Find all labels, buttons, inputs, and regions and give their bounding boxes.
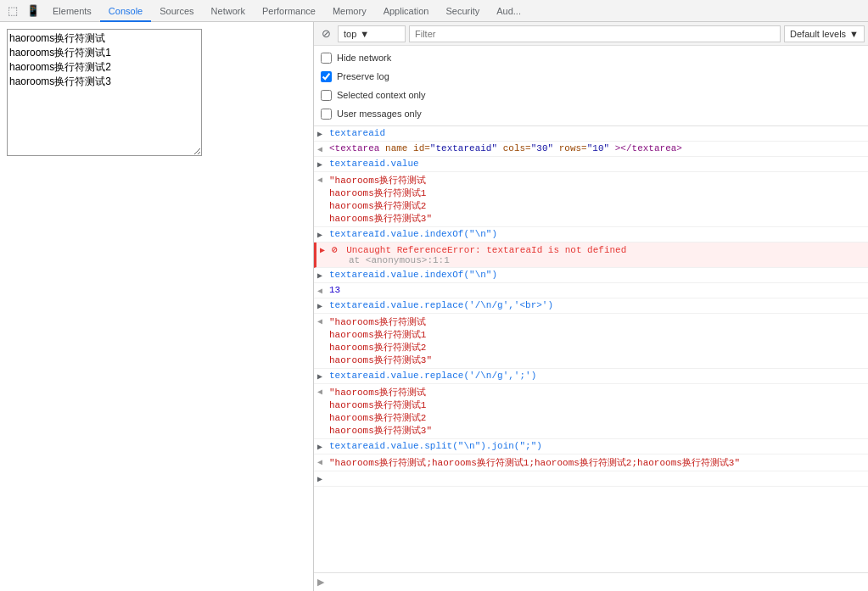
console-entry-1: ◀ <textarea name id="textareaid" cols="3… xyxy=(314,142,868,157)
tab-performance[interactable]: Performance xyxy=(254,0,324,22)
entry-string-result: "haorooms换行符测试 haorooms换行符测试1 haorooms换行… xyxy=(329,315,868,366)
entry-string-single: "haorooms换行符测试;haorooms换行符测试1;haorooms换行… xyxy=(329,456,868,469)
console-entry-4: ▶ textareaId.value.indexOf("\n") xyxy=(314,227,868,243)
tab-network[interactable]: Network xyxy=(203,0,254,22)
tab-elements[interactable]: Elements xyxy=(44,0,100,22)
entry-command: textareaid xyxy=(329,128,868,138)
string-line-2: haorooms换行符测试2 xyxy=(329,411,861,424)
hide-network-checkbox[interactable] xyxy=(321,53,332,64)
filter-input[interactable] xyxy=(409,25,781,42)
attr-cols: cols= xyxy=(503,143,531,153)
console-entry-prompt-line: ▶ xyxy=(314,471,868,487)
string-line-2: haorooms换行符测试2 xyxy=(329,341,861,354)
entry-arrow-empty[interactable]: ▶ xyxy=(314,473,329,484)
entry-html-result: <textarea name id="textareaid" cols="30"… xyxy=(329,143,868,153)
entry-command: textareaid.value.replace('/\n/g',';') xyxy=(329,371,868,381)
devtools-console-panel: ⊘ top ▼ Default levels ▼ Hide network Pr… xyxy=(314,22,868,591)
entry-arrow[interactable]: ◀ xyxy=(314,285,329,296)
entry-arrow[interactable]: ◀ xyxy=(314,315,329,326)
entry-command: textareaid.value xyxy=(329,159,868,169)
levels-label: Default levels xyxy=(790,29,846,39)
devtools-tab-bar: ⬚ 📱 Elements Console Sources Network Per… xyxy=(0,0,868,22)
string-line-1: haorooms换行符测试1 xyxy=(329,187,861,199)
option-user-messages: User messages only xyxy=(321,105,861,122)
console-entry-11: ◀ "haorooms换行符测试 haorooms换行符测试1 haorooms… xyxy=(314,384,868,439)
entry-command: textareaid.value.indexOf("\n") xyxy=(329,270,868,280)
console-input[interactable] xyxy=(328,577,865,588)
error-text: Uncaught ReferenceError: textareaId is n… xyxy=(346,245,626,255)
console-entry-6: ▶ textareaid.value.indexOf("\n") xyxy=(314,268,868,283)
entry-command: textareaid.value.replace('/\n/g','<br>') xyxy=(329,300,868,310)
error-expand-arrow[interactable]: ▶ xyxy=(316,244,332,255)
option-preserve-log: Preserve log xyxy=(321,68,861,85)
context-label: top xyxy=(344,29,356,39)
preserve-log-checkbox[interactable] xyxy=(321,71,332,82)
entry-arrow[interactable]: ◀ xyxy=(314,174,329,185)
webpage-panel: haorooms换行符测试 haorooms换行符测试1 haorooms换行符… xyxy=(0,22,314,591)
tab-audit[interactable]: Aud... xyxy=(488,0,529,22)
entry-arrow[interactable]: ▶ xyxy=(314,441,329,452)
tab-application[interactable]: Application xyxy=(375,0,438,22)
console-entry-error: ▶ ⊘ Uncaught ReferenceError: textareaId … xyxy=(314,243,868,268)
html-close: ></textarea> xyxy=(615,143,682,153)
attr-name: name xyxy=(385,143,407,153)
string-line-0: "haorooms换行符测试 xyxy=(329,386,861,399)
test-textarea[interactable]: haorooms换行符测试 haorooms换行符测试1 haorooms换行符… xyxy=(7,29,202,156)
tab-security[interactable]: Security xyxy=(437,0,488,22)
console-entry-7: ◀ 13 xyxy=(314,283,868,298)
preserve-log-label[interactable]: Preserve log xyxy=(337,71,389,81)
console-entry-9: ◀ "haorooms换行符测试 haorooms换行符测试1 haorooms… xyxy=(314,314,868,369)
entry-error-content: ⊘ Uncaught ReferenceError: textareaId is… xyxy=(332,244,868,265)
console-entry-2: ▶ textareaid.value xyxy=(314,157,868,172)
console-output: ▶ textareaid ◀ <textarea name id="textar… xyxy=(314,126,868,572)
entry-string-result: "haorooms换行符测试 haorooms换行符测试1 haorooms换行… xyxy=(329,174,868,225)
entry-arrow[interactable]: ▶ xyxy=(314,300,329,311)
console-prompt: ▶ xyxy=(314,572,868,591)
entry-arrow[interactable]: ▶ xyxy=(314,128,329,139)
entry-string-result: "haorooms换行符测试 haorooms换行符测试1 haorooms换行… xyxy=(329,386,868,437)
entry-arrow[interactable]: ▶ xyxy=(314,159,329,170)
string-line-2: haorooms换行符测试2 xyxy=(329,199,861,212)
attr-cols-val: "30" xyxy=(531,143,553,153)
tab-console[interactable]: Console xyxy=(100,0,151,22)
entry-command: textareaId.value.indexOf("\n") xyxy=(329,229,868,239)
tab-sources[interactable]: Sources xyxy=(151,0,202,22)
attr-id-val: "textareaid" xyxy=(430,143,497,153)
entry-arrow[interactable]: ◀ xyxy=(314,386,329,397)
entry-arrow[interactable]: ▶ xyxy=(314,371,329,382)
option-hide-network: Hide network xyxy=(321,49,861,66)
levels-arrow: ▼ xyxy=(849,29,859,39)
console-entry-12: ▶ textareaid.value.split("\n").join(";") xyxy=(314,439,868,454)
context-dropdown-arrow: ▼ xyxy=(360,29,369,39)
tab-memory[interactable]: Memory xyxy=(324,0,375,22)
selected-context-label[interactable]: Selected context only xyxy=(337,90,426,100)
main-area: haorooms换行符测试 haorooms换行符测试1 haorooms换行符… xyxy=(0,22,868,591)
entry-number: 13 xyxy=(329,285,868,295)
user-messages-checkbox[interactable] xyxy=(321,109,332,120)
entry-arrow[interactable]: ◀ xyxy=(314,143,329,154)
string-line-3: haorooms换行符测试3" xyxy=(329,212,861,225)
string-line-0: "haorooms换行符测试 xyxy=(329,315,861,328)
string-line-1: haorooms换行符测试1 xyxy=(329,399,861,411)
context-select[interactable]: top ▼ xyxy=(338,25,406,42)
error-location: at <anonymous>:1:1 xyxy=(349,255,861,265)
console-entry-10: ▶ textareaid.value.replace('/\n/g',';') xyxy=(314,369,868,384)
entry-arrow[interactable]: ◀ xyxy=(314,456,329,467)
entry-arrow[interactable]: ▶ xyxy=(314,270,329,281)
levels-select[interactable]: Default levels ▼ xyxy=(784,25,865,42)
block-icon[interactable]: ⊘ xyxy=(317,25,334,42)
entry-arrow[interactable]: ▶ xyxy=(314,229,329,240)
console-entry-8: ▶ textareaid.value.replace('/\n/g','<br>… xyxy=(314,298,868,314)
prompt-arrow-icon: ▶ xyxy=(317,577,324,588)
selected-context-checkbox[interactable] xyxy=(321,90,332,101)
inspect-icon[interactable]: ⬚ xyxy=(3,2,22,20)
console-entry-0: ▶ textareaid xyxy=(314,126,868,142)
string-line-3: haorooms换行符测试3" xyxy=(329,354,861,366)
device-icon[interactable]: 📱 xyxy=(24,2,42,20)
console-entry-13: ◀ "haorooms换行符测试;haorooms换行符测试1;haorooms… xyxy=(314,454,868,471)
attr-rows-val: "10" xyxy=(587,143,609,153)
error-icon: ⊘ xyxy=(332,245,338,255)
user-messages-label[interactable]: User messages only xyxy=(337,109,422,119)
console-entry-3: ◀ "haorooms换行符测试 haorooms换行符测试1 haorooms… xyxy=(314,172,868,227)
hide-network-label[interactable]: Hide network xyxy=(337,53,391,63)
